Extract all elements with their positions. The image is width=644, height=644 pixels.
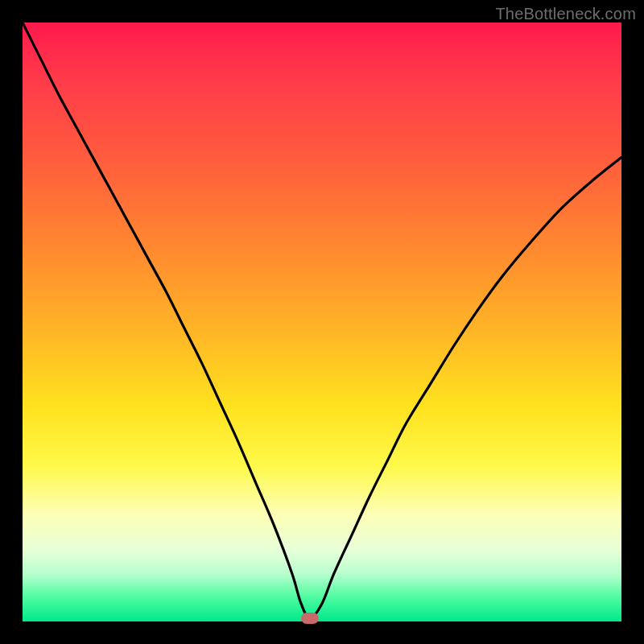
optimum-marker <box>301 613 319 624</box>
chart-frame: TheBottleneck.com <box>0 0 644 644</box>
watermark-text: TheBottleneck.com <box>495 5 636 23</box>
plot-area <box>23 23 621 621</box>
bottleneck-curve <box>23 23 621 621</box>
